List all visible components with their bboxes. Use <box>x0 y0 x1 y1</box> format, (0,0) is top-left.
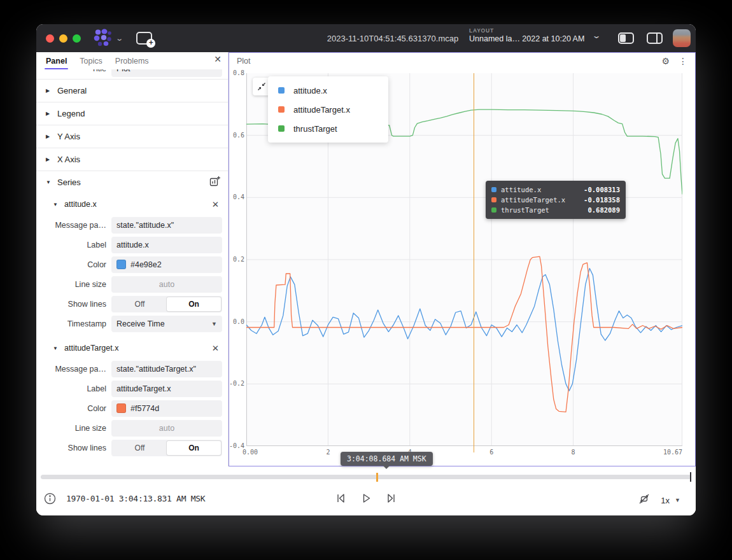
section-legend[interactable]: ▶ Legend <box>36 102 228 125</box>
chevron-right-icon: ▶ <box>46 88 52 94</box>
chevron-right-icon: ▶ <box>46 134 52 139</box>
legend-item-attitude-x[interactable]: attitude.x <box>268 81 388 100</box>
tab-problems[interactable]: Problems <box>115 52 149 69</box>
layout-chevron-icon: ⌄ <box>592 31 602 40</box>
section-series[interactable]: ▼ Series <box>36 171 228 193</box>
panel-settings-scroll[interactable]: Title Plot ▶ General ▶ Legend ▶ Y Axis <box>36 69 228 466</box>
line-size-input[interactable]: auto <box>111 420 222 437</box>
chart-area[interactable]: 0.80.60.40.20.0-0.2-0.4 0.00246810.67 at… <box>229 69 695 466</box>
message-path-label: Message pa… <box>36 221 111 230</box>
series-color-swatch <box>278 125 285 132</box>
layout-selector[interactable]: LAYOUT Unnamed la… 2022 at 10:20 AM ⌄ <box>469 27 600 44</box>
remove-series-icon[interactable]: ✕ <box>212 343 219 353</box>
maximize-window-button[interactable] <box>73 34 81 43</box>
message-path-label: Message pa… <box>36 365 111 374</box>
title-field-label: Title <box>36 69 111 73</box>
scrubber-hover-tooltip: 3:04:08.684 AM MSK <box>341 452 433 466</box>
close-sidebar-icon[interactable]: ✕ <box>214 54 222 64</box>
tab-panel[interactable]: Panel <box>46 52 67 69</box>
color-swatch[interactable] <box>116 260 126 269</box>
color-swatch[interactable] <box>116 403 126 413</box>
plot-panel[interactable]: Plot ⚙ ⋮ 0.80.60.40.20.0-0.2-0.4 0.00246… <box>229 52 696 466</box>
section-y-axis[interactable]: ▶ Y Axis <box>36 125 228 148</box>
show-lines-label: Show lines <box>36 300 111 309</box>
scrubber-playhead-marker[interactable] <box>690 472 692 482</box>
chevron-down-icon: ▼ <box>46 179 52 185</box>
add-series-icon[interactable] <box>209 176 220 189</box>
info-icon[interactable] <box>44 493 56 507</box>
remove-series-icon[interactable]: ✕ <box>212 199 219 209</box>
sidebar-tabs: Panel Topics Problems ✕ <box>36 52 228 69</box>
foxglove-logo-icon[interactable] <box>92 29 113 48</box>
data-source-title[interactable]: 2023-11-10T04:51:45.631370.mcap <box>327 34 458 43</box>
minimize-window-button[interactable] <box>59 34 67 43</box>
color-label: Color <box>36 404 111 413</box>
show-lines-off-option[interactable]: Off <box>113 297 167 311</box>
color-input[interactable]: #4e98e2 <box>111 256 222 273</box>
chevron-right-icon: ▶ <box>46 111 52 116</box>
show-lines-toggle: Off On <box>111 440 222 456</box>
line-size-input[interactable]: auto <box>111 276 222 293</box>
series-color-swatch <box>491 207 496 213</box>
chevron-down-icon: ▼ <box>675 497 680 503</box>
panel-menu-kebab-icon[interactable]: ⋮ <box>679 56 687 66</box>
app-window: ⌄ + 2023-11-10T04:51:45.631370.mcap LAYO… <box>36 24 696 515</box>
play-button[interactable] <box>360 492 372 507</box>
timestamp-value: Receive Time <box>116 319 165 328</box>
message-path-input[interactable]: state."attitude.x" <box>111 217 222 234</box>
left-sidebar: Panel Topics Problems ✕ Title Plot ▶ Gen… <box>36 52 229 466</box>
titlebar: ⌄ + 2023-11-10T04:51:45.631370.mcap LAYO… <box>36 24 696 52</box>
series-attitude-target-x-header[interactable]: ▼ attitudeTarget.x ✕ <box>36 337 228 359</box>
playhead-line[interactable] <box>474 73 475 452</box>
section-general[interactable]: ▶ General <box>36 79 228 102</box>
current-timestamp[interactable]: 1970-01-01 3:04:13.831 AM MSK <box>66 494 205 503</box>
show-lines-toggle: Off On <box>111 296 222 312</box>
show-lines-off-option[interactable]: Off <box>113 441 167 455</box>
show-lines-on-option[interactable]: On <box>167 441 221 455</box>
chevron-down-icon: ▼ <box>53 346 59 351</box>
series-label-input[interactable]: attitude.x <box>111 237 222 253</box>
message-path-input[interactable]: state."attitudeTarget.x" <box>111 361 222 377</box>
color-label: Color <box>36 260 111 269</box>
title-row-clipped: Title Plot <box>36 69 228 79</box>
line-size-label: Line size <box>36 280 111 289</box>
app-menu-chevron-icon[interactable]: ⌄ <box>115 34 123 43</box>
playback-bar: 3:04:08.684 AM MSK 1970-01-01 3:04:13.83… <box>36 466 696 515</box>
series-label-input[interactable]: attitudeTarget.x <box>111 381 222 397</box>
color-input[interactable]: #f5774d <box>111 400 222 417</box>
series-color-swatch <box>491 197 496 202</box>
legend-item-attitude-target-x[interactable]: attitudeTarget.x <box>268 100 388 119</box>
layout-name: Unnamed la… 2022 at 10:20 AM <box>469 34 584 45</box>
show-lines-label: Show lines <box>36 444 111 452</box>
section-x-axis[interactable]: ▶ X Axis <box>36 148 228 171</box>
chevron-down-icon: ▼ <box>211 321 217 327</box>
tab-topics[interactable]: Topics <box>80 52 102 69</box>
scrubber-hover-marker <box>376 473 378 482</box>
transport-controls <box>334 492 398 507</box>
chevron-down-icon: ▼ <box>53 202 59 207</box>
add-panel-button[interactable]: + <box>136 32 152 45</box>
toggle-right-sidebar-button[interactable] <box>647 32 663 44</box>
layout-label: LAYOUT <box>469 27 584 34</box>
close-window-button[interactable] <box>46 34 54 43</box>
panel-title: Plot <box>237 57 652 66</box>
timeline-scrubber[interactable] <box>41 475 691 479</box>
title-field[interactable]: Plot <box>111 69 222 77</box>
chevron-right-icon: ▶ <box>46 157 52 162</box>
series-attitude-x-header[interactable]: ▼ attitude.x ✕ <box>36 193 228 215</box>
color-hex-value: #f5774d <box>130 404 159 413</box>
legend-item-thrust-target[interactable]: thrustTarget <box>268 119 388 138</box>
plot-panel-header: Plot ⚙ ⋮ <box>229 53 695 69</box>
show-lines-on-option[interactable]: On <box>167 297 221 311</box>
toggle-left-sidebar-button[interactable] <box>618 32 634 44</box>
user-avatar[interactable] <box>673 29 691 47</box>
seek-backward-button[interactable] <box>334 492 347 507</box>
timestamp-label: Timestamp <box>36 319 111 328</box>
series-color-swatch <box>278 87 285 94</box>
panel-settings-gear-icon[interactable]: ⚙ <box>661 56 670 66</box>
series-color-swatch <box>278 106 285 113</box>
seek-forward-button[interactable] <box>385 492 398 507</box>
loop-off-icon[interactable] <box>638 493 651 508</box>
timestamp-select[interactable]: Receive Time ▼ <box>111 316 222 332</box>
playback-speed-select[interactable]: 1x ▼ <box>661 496 680 505</box>
